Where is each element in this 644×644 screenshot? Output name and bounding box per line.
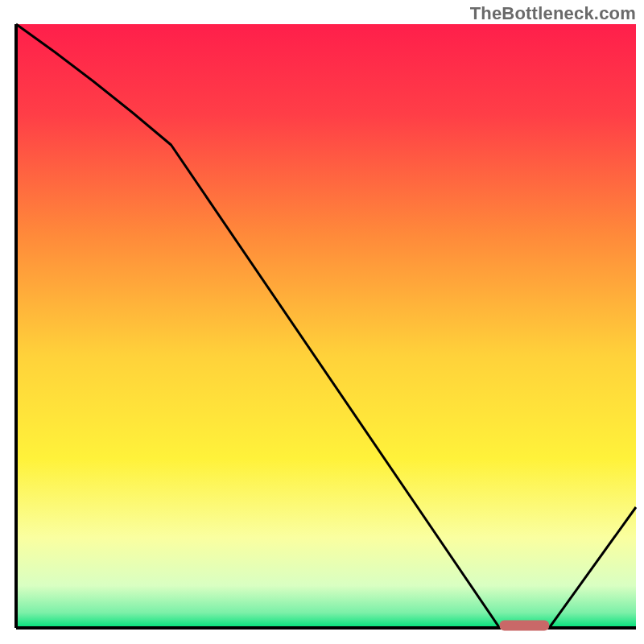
plot-background	[16, 24, 636, 628]
chart-container: TheBottleneck.com	[0, 0, 644, 644]
optimal-range-marker	[500, 621, 550, 631]
bottleneck-chart	[0, 0, 644, 644]
watermark-text: TheBottleneck.com	[470, 3, 636, 24]
